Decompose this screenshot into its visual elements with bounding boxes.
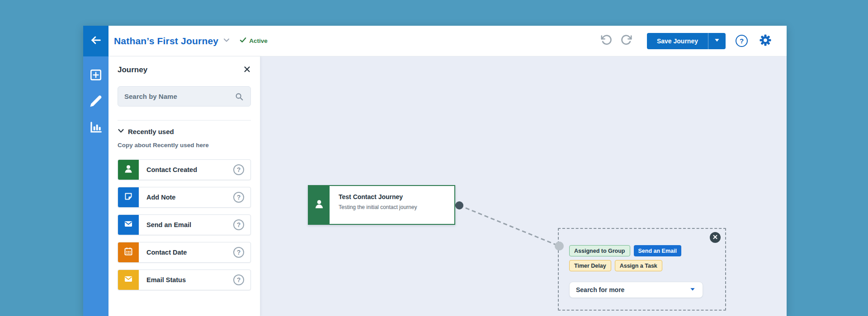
app-window: Nathan’s First Journey Active Save Journ… — [83, 26, 787, 316]
calendar-icon — [123, 246, 134, 259]
help-icon[interactable]: ? — [233, 164, 244, 175]
search-input[interactable] — [124, 93, 234, 100]
node-output-port[interactable] — [455, 201, 463, 209]
action-card-send-email[interactable]: Send an Email ? — [118, 214, 251, 235]
chip-timer-delay[interactable]: Timer Delay — [569, 260, 611, 271]
redo-button[interactable] — [620, 34, 633, 48]
save-split-button: Save Journey — [647, 33, 726, 49]
action-card-label: Email Status — [146, 276, 233, 283]
action-card-label: Contact Date — [146, 249, 233, 256]
close-icon — [712, 233, 718, 242]
help-button[interactable]: ? — [736, 35, 748, 47]
action-card-label: Add Note — [146, 194, 233, 201]
gear-icon — [759, 33, 772, 49]
action-card-contact-date[interactable]: Contact Date ? — [118, 242, 251, 263]
chip-assign-a-task[interactable]: Assign a Task — [615, 260, 662, 271]
recently-used-label: Recently used — [128, 128, 174, 135]
dropdown-label: Search for more — [576, 286, 624, 293]
add-node-icon — [89, 68, 103, 84]
recently-used-toggle[interactable]: Recently used — [118, 127, 251, 136]
chevron-down-icon — [222, 36, 231, 46]
status-badge: Active — [239, 36, 268, 46]
picker-chip-list: Assigned to Group Send an Email Timer De… — [569, 245, 715, 271]
contact-icon — [123, 163, 134, 176]
journey-panel: Journey Recently used — [108, 56, 260, 316]
undo-button[interactable] — [600, 34, 613, 48]
arrow-left-icon — [90, 34, 102, 48]
node-test-contact-journey[interactable]: Test Contact Journey Testing the initial… — [308, 185, 455, 225]
panel-close-button[interactable] — [243, 66, 251, 74]
envelope-icon — [123, 274, 134, 286]
note-icon — [123, 191, 134, 204]
close-icon — [243, 65, 251, 75]
settings-button[interactable] — [759, 34, 772, 48]
contact-icon — [313, 198, 325, 212]
redo-icon — [620, 34, 632, 48]
save-options-button[interactable] — [708, 33, 726, 49]
status-label: Active — [249, 37, 268, 44]
sidebar-item-reports[interactable] — [88, 121, 104, 136]
caret-down-icon — [713, 37, 721, 46]
help-icon[interactable]: ? — [233, 192, 244, 203]
panel-search — [118, 86, 251, 107]
recently-used-description: Copy about Recently used here — [118, 142, 251, 149]
sidebar-item-add-node[interactable] — [88, 68, 104, 84]
journey-canvas[interactable]: Test Contact Journey Testing the initial… — [260, 56, 787, 316]
help-icon[interactable]: ? — [233, 247, 244, 258]
picker-close-button[interactable] — [710, 232, 721, 243]
envelope-icon — [123, 218, 134, 231]
action-card-list: Contact Created ? Add Note ? Send an Ema… — [118, 159, 251, 290]
left-icon-rail — [83, 56, 108, 316]
node-subtitle: Testing the initial contact journey — [339, 204, 417, 210]
question-icon: ? — [740, 37, 744, 45]
panel-title: Journey — [118, 65, 147, 74]
panel-divider — [118, 120, 251, 121]
help-icon[interactable]: ? — [233, 274, 244, 285]
journey-title: Nathan’s First Journey — [114, 36, 218, 46]
reports-icon — [89, 120, 103, 136]
sidebar-item-edit[interactable] — [88, 94, 104, 110]
picker-input-port[interactable] — [555, 242, 564, 251]
title-dropdown-button[interactable] — [222, 36, 231, 46]
next-step-picker: Assigned to Group Send an Email Timer De… — [558, 228, 726, 311]
chip-send-an-email[interactable]: Send an Email — [634, 245, 681, 256]
action-card-label: Contact Created — [146, 166, 233, 173]
help-icon[interactable]: ? — [233, 219, 244, 230]
node-title: Test Contact Journey — [339, 193, 417, 200]
chip-assigned-to-group[interactable]: Assigned to Group — [569, 245, 630, 256]
action-card-email-status[interactable]: Email Status ? — [118, 270, 251, 290]
action-card-add-note[interactable]: Add Note ? — [118, 187, 251, 208]
edit-icon — [89, 94, 103, 110]
header-bar: Nathan’s First Journey Active Save Journ… — [83, 26, 787, 56]
action-card-contact-created[interactable]: Contact Created ? — [118, 159, 251, 180]
chevron-down-icon — [118, 127, 124, 136]
check-icon — [239, 36, 247, 46]
action-card-label: Send an Email — [146, 221, 233, 228]
caret-down-icon — [689, 286, 696, 294]
save-journey-button[interactable]: Save Journey — [647, 33, 708, 49]
search-for-more-dropdown[interactable]: Search for more — [569, 282, 703, 298]
undo-icon — [600, 34, 613, 48]
search-icon[interactable] — [234, 92, 244, 102]
back-button[interactable] — [83, 26, 108, 56]
